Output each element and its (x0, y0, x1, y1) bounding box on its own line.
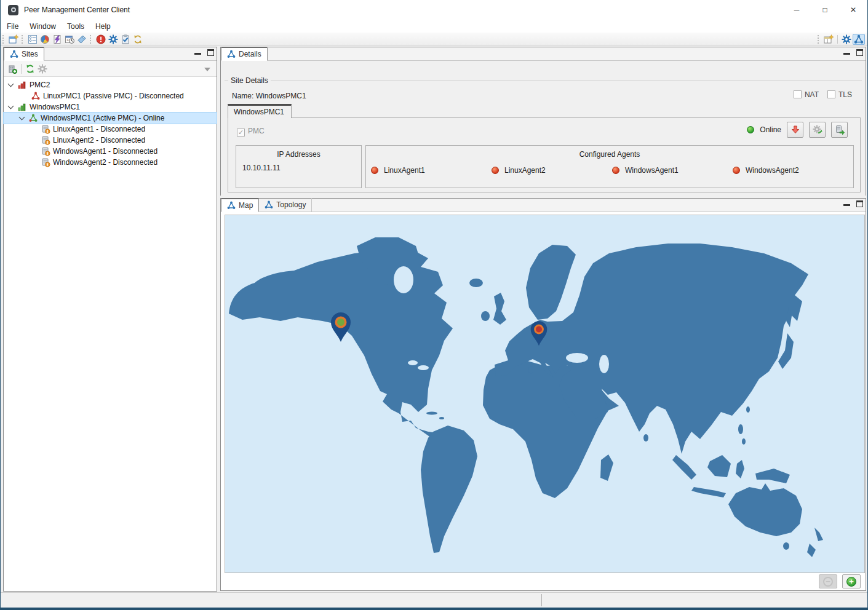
tree-item-pmc2[interactable]: PMC2 (4, 79, 217, 90)
preferences-gear-icon[interactable] (107, 34, 119, 45)
maximize-view-icon[interactable] (856, 200, 863, 207)
sites-local-toolbar (4, 61, 217, 77)
status-bar (1, 592, 867, 608)
tags-icon[interactable] (76, 34, 88, 45)
tab-map[interactable]: Map (221, 198, 259, 212)
tree-item-label: WindowsAgent1 - Disconnected (53, 147, 157, 156)
refresh-icon[interactable] (24, 63, 36, 74)
maximize-view-icon[interactable] (856, 49, 863, 56)
tree-item-windowsagent1[interactable]: WindowsAgent1 - Disconnected (4, 146, 217, 157)
chevron-down-icon[interactable] (8, 103, 14, 109)
window-title: Peer Management Center Client (24, 6, 130, 14)
world-map-continents (225, 215, 865, 573)
chevron-down-icon[interactable] (19, 114, 25, 121)
tree-item-linuxagent1[interactable]: LinuxAgent1 - Disconnected (4, 124, 217, 135)
tree-item-label: WindowsAgent2 - Disconnected (53, 158, 157, 167)
application-window: Peer Management Center Client ─ □ ✕ File… (0, 0, 868, 610)
site-settings-gear-icon[interactable] (36, 63, 49, 74)
configured-agents-box: Configured Agents LinuxAgent1 LinuxAgent… (365, 145, 854, 188)
menu-window[interactable]: Window (24, 21, 62, 32)
tree-item-label: LinuxAgent1 - Disconnected (53, 125, 145, 133)
zoom-in-icon: + (846, 577, 856, 587)
pmc-section: ✓PMC Online (228, 117, 861, 192)
title-bar: Peer Management Center Client ─ □ ✕ (1, 0, 867, 20)
schedule-icon[interactable]: 12 (63, 34, 76, 45)
toolbar-grip (22, 35, 25, 44)
agent-warning-icon (41, 146, 50, 156)
tab-details[interactable]: Details (221, 47, 268, 61)
configured-agents-header: Configured Agents (366, 146, 853, 159)
toolbar-grip (818, 35, 821, 44)
zoom-in-button[interactable]: + (842, 574, 861, 588)
tree-item-linuxagent2[interactable]: LinuxAgent2 - Disconnected (4, 135, 217, 146)
menu-tools[interactable]: Tools (62, 21, 90, 32)
toolbar-grip (90, 35, 93, 44)
open-perspective-icon[interactable] (822, 34, 835, 45)
us-site-pin[interactable] (330, 312, 352, 345)
agent-warning-icon (41, 157, 50, 167)
zoom-out-icon: − (823, 577, 833, 587)
agent-status-item: LinuxAgent1 (371, 166, 492, 175)
details-tab-bar: Details (221, 47, 866, 61)
zoom-out-button: − (819, 574, 837, 588)
tls-checkbox[interactable]: TLS (827, 90, 852, 99)
menu-file[interactable]: File (1, 21, 24, 32)
agent-status-item: WindowsAgent2 (733, 166, 853, 175)
tab-topology[interactable]: Topology (259, 198, 312, 212)
tab-sites-label: Sites (22, 50, 38, 58)
new-configuration-icon[interactable] (7, 34, 20, 45)
site-details-group-label: Site Details (228, 76, 271, 85)
tree-item-windowspmc1-site[interactable]: WindowsPMC1 (4, 101, 217, 113)
minimize-view-icon[interactable] (843, 204, 850, 206)
minimize-button[interactable]: ─ (782, 0, 811, 20)
workbench: Sites (1, 46, 867, 592)
jobs-icon[interactable] (51, 34, 63, 45)
pmc-green-icon (28, 113, 38, 123)
tree-item-windowspmc1-active[interactable]: WindowsPMC1 (Active PMC) - Online (4, 113, 217, 124)
minimize-view-icon[interactable] (194, 53, 201, 55)
tree-item-label: LinuxAgent2 - Disconnected (53, 136, 145, 145)
tree-item-linuxpmc1[interactable]: LinuxPMC1 (Passive PMC) - Disconnected (4, 90, 217, 101)
tls-checkbox-box[interactable] (827, 90, 835, 98)
world-map[interactable] (225, 215, 865, 573)
stop-pmc-button[interactable] (787, 122, 803, 138)
restart-pmc-button[interactable] (809, 122, 826, 138)
pmc-checkbox-box: ✓ (237, 129, 245, 137)
tree-item-label: WindowsPMC1 (30, 103, 80, 111)
maximize-button[interactable]: □ (811, 0, 839, 20)
site-red-icon (17, 80, 27, 90)
alerts-icon[interactable] (95, 34, 107, 45)
tasks-clipboard-icon[interactable] (119, 34, 132, 45)
view-menu-icon[interactable] (204, 68, 210, 71)
site-green-icon (17, 102, 27, 112)
views-list-icon[interactable] (26, 34, 39, 45)
agent-status-item: WindowsAgent1 (612, 166, 733, 175)
menu-help[interactable]: Help (90, 21, 116, 32)
tab-sites[interactable]: Sites (4, 47, 44, 61)
settings-gear-icon[interactable] (840, 34, 853, 45)
group-divider (225, 81, 862, 81)
tab-topology-label: Topology (276, 200, 306, 209)
tree-item-windowsagent2[interactable]: WindowsAgent2 - Disconnected (4, 157, 217, 168)
status-bar-divider (541, 594, 542, 606)
app-icon (8, 5, 18, 15)
update-sync-icon[interactable] (132, 34, 144, 45)
chevron-down-icon[interactable] (8, 81, 14, 87)
agent-warning-icon (41, 135, 50, 145)
minimize-view-icon[interactable] (843, 53, 850, 55)
tab-windowspmc1-label: WindowsPMC1 (234, 108, 284, 116)
add-site-icon[interactable] (6, 63, 18, 74)
europe-site-pin[interactable] (530, 321, 548, 349)
nat-checkbox[interactable]: NAT (794, 90, 819, 99)
online-status-label: Online (760, 125, 781, 134)
details-view: Details Site Details Name: WindowsPMC1 N… (220, 47, 866, 196)
pmc-perspective-icon[interactable] (853, 34, 865, 45)
maximize-view-icon[interactable] (207, 49, 214, 56)
nat-checkbox-box[interactable] (794, 90, 802, 98)
ip-addresses-header: IP Addresses (236, 146, 361, 159)
main-toolbar: 12 (1, 33, 867, 46)
statistics-pie-icon[interactable] (39, 34, 51, 45)
tab-windowspmc1[interactable]: WindowsPMC1 (228, 104, 292, 118)
start-agents-button[interactable] (831, 122, 848, 138)
close-button[interactable]: ✕ (839, 0, 867, 20)
